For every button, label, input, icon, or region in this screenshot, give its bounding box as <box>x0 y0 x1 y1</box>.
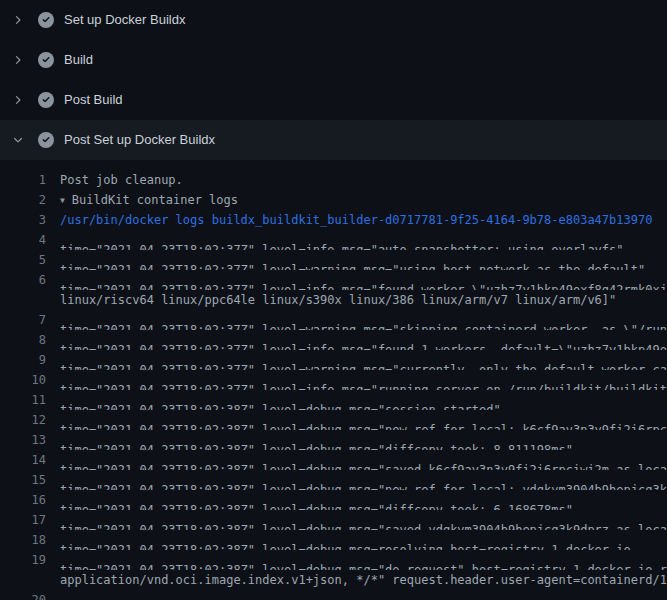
log-line-number[interactable]: 18 <box>0 530 46 550</box>
log-text: time="2021-04-23T18:02:38Z" level=debug … <box>60 530 631 550</box>
step-header-post-build[interactable]: Post Build <box>0 80 667 120</box>
chevron-right-icon <box>12 52 24 68</box>
log-line-number[interactable]: 19 <box>0 550 46 570</box>
log-line: 20time="2021-04-23T18:02:38Z" level=debu… <box>0 590 667 600</box>
log-text: time="2021-04-23T18:02:37Z" level=info m… <box>60 270 667 290</box>
log-line-number[interactable]: 3 <box>0 210 46 230</box>
log-line: 7time="2021-04-23T18:02:37Z" level=warni… <box>0 310 667 330</box>
steps-list: Set up Docker Buildx Build Post Build <box>0 0 667 160</box>
log-text: time="2021-04-23T18:02:38Z" level=debug … <box>60 590 667 600</box>
step-title: Post Build <box>64 92 123 108</box>
log-line-number[interactable]: 11 <box>0 390 46 410</box>
log-line: linux/riscv64 linux/ppc64le linux/s390x … <box>0 290 667 310</box>
log-text: time="2021-04-23T18:02:38Z" level=debug … <box>60 550 667 570</box>
log-line-number[interactable]: 13 <box>0 430 46 450</box>
log-line: 10time="2021-04-23T18:02:37Z" level=info… <box>0 370 667 390</box>
log-text: time="2021-04-23T18:02:38Z" level=debug … <box>60 450 667 470</box>
step-header-post-set-up-docker-buildx[interactable]: Post Set up Docker Buildx <box>0 120 667 160</box>
log-text: time="2021-04-23T18:02:37Z" level=info m… <box>60 230 624 250</box>
log-command-text: /usr/bin/docker logs buildx_buildkit_bui… <box>60 210 652 230</box>
log-line-number[interactable]: 20 <box>0 590 46 600</box>
log-text: time="2021-04-23T18:02:37Z" level=warnin… <box>60 250 645 270</box>
log-line-number[interactable]: 6 <box>0 270 46 290</box>
chevron-right-icon <box>12 12 24 28</box>
log-text: time="2021-04-23T18:02:38Z" level=debug … <box>60 490 573 510</box>
log-line: 6time="2021-04-23T18:02:37Z" level=info … <box>0 270 667 290</box>
log-line: 5time="2021-04-23T18:02:37Z" level=warni… <box>0 250 667 270</box>
step-header-set-up-docker-buildx[interactable]: Set up Docker Buildx <box>0 0 667 40</box>
check-circle-icon <box>38 132 54 148</box>
log-line: 16time="2021-04-23T18:02:38Z" level=debu… <box>0 490 667 510</box>
step-header-build[interactable]: Build <box>0 40 667 80</box>
log-line-number[interactable]: 16 <box>0 490 46 510</box>
step-title: Post Set up Docker Buildx <box>64 132 215 148</box>
log-line: 2▼BuildKit container logs <box>0 190 667 210</box>
log-line: 12time="2021-04-23T18:02:38Z" level=debu… <box>0 410 667 430</box>
actions-log-viewer: Set up Docker Buildx Build Post Build <box>0 0 667 600</box>
log-text: time="2021-04-23T18:02:37Z" level=warnin… <box>60 350 667 370</box>
log-line: 1Post job cleanup. <box>0 170 667 190</box>
check-circle-icon <box>38 52 54 68</box>
log-text: time="2021-04-23T18:02:37Z" level=warnin… <box>60 310 667 330</box>
log-line-number[interactable]: 12 <box>0 410 46 430</box>
log-line-number[interactable]: 7 <box>0 310 46 330</box>
log-line-number[interactable]: 2 <box>0 190 46 210</box>
triangle-down-icon: ▼ <box>60 191 65 210</box>
log-text: application/vnd.oci.image.index.v1+json,… <box>60 570 667 590</box>
log-line: application/vnd.oci.image.index.v1+json,… <box>0 570 667 590</box>
log-line: 11time="2021-04-23T18:02:38Z" level=debu… <box>0 390 667 410</box>
log-line-number[interactable]: 10 <box>0 370 46 390</box>
log-line-number[interactable]: 17 <box>0 510 46 530</box>
log-line-number[interactable]: 4 <box>0 230 46 250</box>
step-title: Build <box>64 52 93 68</box>
log-line: 13time="2021-04-23T18:02:38Z" level=debu… <box>0 430 667 450</box>
log-line-number[interactable]: 9 <box>0 350 46 370</box>
log-line: 17time="2021-04-23T18:02:38Z" level=debu… <box>0 510 667 530</box>
log-text: time="2021-04-23T18:02:38Z" level=debug … <box>60 390 501 410</box>
log-text: linux/riscv64 linux/ppc64le linux/s390x … <box>60 290 616 310</box>
log-line-number[interactable]: 8 <box>0 330 46 350</box>
log-line: 4time="2021-04-23T18:02:37Z" level=info … <box>0 230 667 250</box>
log-text: time="2021-04-23T18:02:37Z" level=info m… <box>60 370 667 390</box>
log-text: time="2021-04-23T18:02:38Z" level=debug … <box>60 510 667 530</box>
chevron-right-icon <box>12 92 24 108</box>
log-line-number <box>0 570 46 590</box>
log-text: Post job cleanup. <box>60 170 183 190</box>
step-title: Set up Docker Buildx <box>64 12 185 28</box>
log-line: 19time="2021-04-23T18:02:38Z" level=debu… <box>0 550 667 570</box>
check-circle-icon <box>38 12 54 28</box>
check-circle-icon <box>38 92 54 108</box>
log-line: 14time="2021-04-23T18:02:38Z" level=debu… <box>0 450 667 470</box>
log-line: 8time="2021-04-23T18:02:37Z" level=info … <box>0 330 667 350</box>
log-line: 9time="2021-04-23T18:02:37Z" level=warni… <box>0 350 667 370</box>
log-line: 15time="2021-04-23T18:02:38Z" level=debu… <box>0 470 667 490</box>
log-text: time="2021-04-23T18:02:38Z" level=debug … <box>60 430 573 450</box>
chevron-down-icon <box>12 132 24 148</box>
log-group-toggle[interactable]: ▼BuildKit container logs <box>60 190 238 210</box>
log-line-number[interactable]: 15 <box>0 470 46 490</box>
log-group-label: BuildKit container logs <box>72 193 238 207</box>
log-line-number[interactable]: 1 <box>0 170 46 190</box>
log-text: time="2021-04-23T18:02:38Z" level=debug … <box>60 410 667 430</box>
log-line-number[interactable]: 5 <box>0 250 46 270</box>
log-line-number <box>0 290 46 310</box>
log-lines: 1Post job cleanup.2▼BuildKit container l… <box>0 160 667 600</box>
log-line: 3/usr/bin/docker logs buildx_buildkit_bu… <box>0 210 667 230</box>
log-line: 18time="2021-04-23T18:02:38Z" level=debu… <box>0 530 667 550</box>
log-text: time="2021-04-23T18:02:37Z" level=info m… <box>60 330 667 350</box>
log-text: time="2021-04-23T18:02:38Z" level=debug … <box>60 470 667 490</box>
log-line-number[interactable]: 14 <box>0 450 46 470</box>
